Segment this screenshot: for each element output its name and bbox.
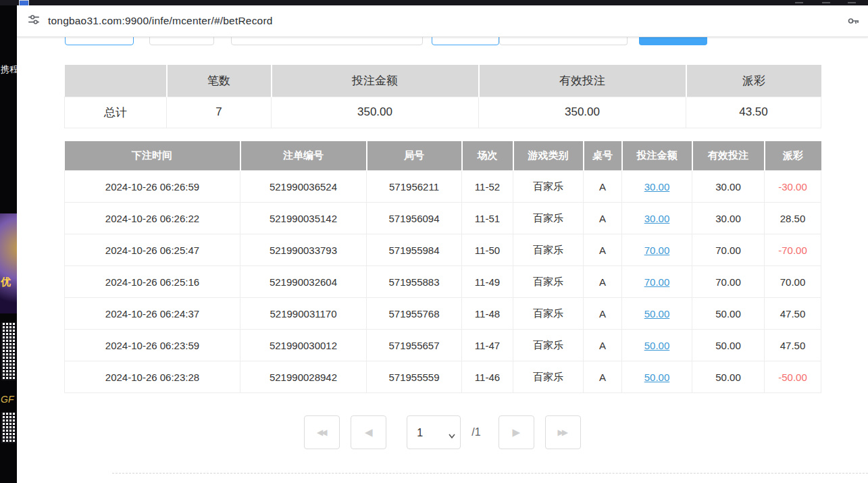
game-type-cell: 百家乐 [513, 203, 584, 234]
browser-tab-favicon [19, 0, 29, 5]
bet-amount-link[interactable]: 30.00 [644, 181, 670, 193]
col-order-no: 注单编号 [240, 141, 367, 171]
col-bet-time: 下注时间 [65, 141, 240, 171]
date-select[interactable] [432, 37, 499, 45]
order-no-cell: 521990028942 [240, 361, 367, 393]
order-no-cell: 521990035142 [240, 203, 367, 234]
site-settings-icon[interactable] [28, 14, 40, 28]
payout-cell: 47.50 [765, 330, 821, 361]
double-left-arrow-icon: ◀◀ [317, 428, 327, 437]
section-divider [112, 473, 868, 474]
round-no-cell: 571955559 [367, 361, 462, 393]
page-select[interactable]: 1 [407, 415, 461, 449]
bet-record-row: 2024-10-26 06:23:59 521990030012 5719556… [65, 330, 821, 361]
col-payout: 派彩 [765, 141, 821, 171]
first-page-button[interactable]: ◀◀ [304, 415, 340, 449]
round-no-cell: 571955883 [367, 266, 462, 298]
round-no-cell: 571955768 [367, 298, 462, 330]
search-button[interactable] [639, 37, 707, 45]
valid-bet-cell: 30.00 [692, 203, 765, 234]
table-no-cell: A [584, 330, 622, 361]
summary-col-payout: 派彩 [686, 65, 821, 97]
bet-record-page: 笔数 投注金额 有效投注 派彩 总计 7 350.00 350.00 43.50 [17, 37, 868, 483]
bet-time-cell: 2024-10-26 06:26:22 [65, 203, 240, 234]
bet-amount-link[interactable]: 50.00 [644, 372, 670, 383]
bet-record-row: 2024-10-26 06:25:16 521990032604 5719558… [65, 266, 821, 298]
filter-tab-button-active[interactable] [65, 37, 134, 45]
bet-amount-link[interactable]: 70.00 [644, 245, 670, 256]
col-round-no: 局号 [367, 141, 462, 171]
filter-select-1[interactable] [499, 37, 561, 45]
bet-time-cell: 2024-10-26 06:26:59 [65, 171, 240, 203]
summary-total-bet-amount: 350.00 [272, 97, 479, 128]
payout-cell: -30.00 [765, 171, 821, 203]
bet-time-cell: 2024-10-26 06:24:37 [65, 298, 240, 330]
browser-url-bar[interactable]: tongbao31.com:9900/infe/mcenter/#/betRec… [17, 5, 868, 37]
order-no-cell: 521990031170 [240, 298, 367, 330]
valid-bet-cell: 30.00 [692, 171, 765, 203]
double-right-arrow-icon: ▶▶ [557, 428, 567, 437]
game-type-cell: 百家乐 [513, 234, 584, 266]
summary-col-count: 笔数 [167, 65, 272, 97]
summary-header-row: 笔数 投注金额 有效投注 派彩 [65, 65, 821, 97]
game-type-cell: 百家乐 [513, 171, 584, 203]
bet-amount-cell: 50.00 [622, 298, 692, 330]
next-page-button[interactable]: ▶ [499, 415, 534, 449]
game-type-cell: 百家乐 [513, 266, 584, 298]
game-type-cell: 百家乐 [513, 330, 584, 361]
col-game-type: 游戏类别 [513, 141, 584, 171]
valid-bet-cell: 50.00 [692, 330, 765, 361]
session-cell: 11-51 [462, 203, 513, 234]
summary-total-valid-bet: 350.00 [479, 97, 686, 128]
summary-col-bet-amount: 投注金额 [272, 65, 479, 97]
summary-total-count: 7 [167, 97, 272, 128]
table-no-cell: A [584, 298, 622, 330]
background-text-fragment: 优 [1, 276, 17, 288]
order-no-cell: 521990032604 [240, 266, 367, 298]
order-no-cell: 521990033793 [240, 234, 367, 266]
session-cell: 11-50 [462, 234, 513, 266]
right-arrow-icon: ▶ [512, 426, 520, 438]
bet-amount-link[interactable]: 70.00 [644, 276, 670, 288]
password-key-icon[interactable] [846, 14, 860, 30]
window-controls[interactable] [795, 2, 856, 3]
col-valid-bet: 有效投注 [692, 141, 765, 171]
bet-time-cell: 2024-10-26 06:25:47 [65, 234, 240, 266]
filter-select-2[interactable] [561, 37, 628, 45]
bet-amount-link[interactable]: 50.00 [644, 308, 670, 320]
background-text-fragment: GF [1, 394, 17, 405]
background-qr-code [1, 322, 16, 380]
table-no-cell: A [584, 234, 622, 266]
valid-bet-cell: 50.00 [692, 298, 765, 330]
bet-table-header-row: 下注时间 注单编号 局号 场次 游戏类别 桌号 投注金额 有效投注 派彩 [65, 141, 821, 171]
bet-record-row: 2024-10-26 06:26:59 521990036524 5719562… [65, 171, 821, 203]
bet-time-cell: 2024-10-26 06:25:16 [65, 266, 240, 298]
bet-time-cell: 2024-10-26 06:23:59 [65, 330, 240, 361]
bet-time-cell: 2024-10-26 06:23:28 [65, 361, 240, 393]
filter-tab-button[interactable] [149, 37, 214, 45]
prev-page-button[interactable]: ◀ [351, 415, 386, 449]
background-banner-image [0, 213, 17, 313]
table-no-cell: A [584, 361, 622, 393]
table-no-cell: A [584, 203, 622, 234]
last-page-button[interactable]: ▶▶ [545, 415, 581, 449]
url-text[interactable]: tongbao31.com:9900/infe/mcenter/#/betRec… [48, 15, 273, 27]
bet-table-body: 2024-10-26 06:26:59 521990036524 5719562… [65, 171, 821, 393]
bet-amount-link[interactable]: 30.00 [644, 213, 670, 224]
session-cell: 11-46 [462, 361, 513, 393]
background-qr-code [1, 412, 16, 443]
bet-record-row: 2024-10-26 06:25:47 521990033793 5719559… [65, 234, 821, 266]
bet-amount-cell: 70.00 [622, 266, 692, 298]
valid-bet-cell: 70.00 [692, 266, 765, 298]
session-cell: 11-52 [462, 171, 513, 203]
bet-record-table: 下注时间 注单编号 局号 场次 游戏类别 桌号 投注金额 有效投注 派彩 202… [64, 141, 821, 394]
session-cell: 11-47 [462, 330, 513, 361]
payout-cell: 47.50 [765, 298, 821, 330]
round-no-cell: 571955984 [367, 234, 462, 266]
round-no-cell: 571955657 [367, 330, 462, 361]
summary-table: 笔数 投注金额 有效投注 派彩 总计 7 350.00 350.00 43.50 [64, 65, 821, 128]
session-cell: 11-48 [462, 298, 513, 330]
search-input[interactable] [231, 37, 423, 45]
bet-amount-link[interactable]: 50.00 [644, 340, 670, 351]
table-no-cell: A [584, 266, 622, 298]
